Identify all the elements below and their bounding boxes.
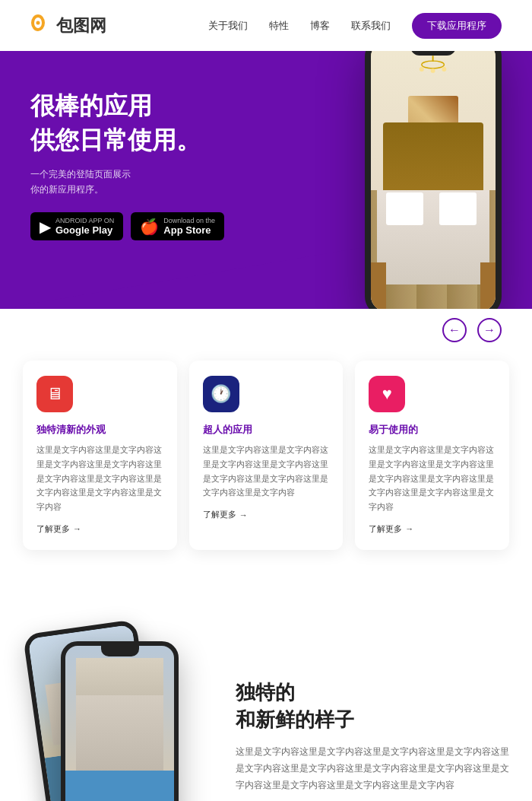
- feature-desc-0: 这里是文字内容这里是文字内容这里是文字内容这里是文字内容这里是文字内容这里是文字…: [36, 443, 163, 513]
- feature-desc-1: 这里是文字内容这里是文字内容这里是文字内容这里是文字内容这里是文字内容这里是文字…: [203, 443, 330, 500]
- play-icon: ▶: [40, 218, 51, 236]
- feature-title-2: 易于使用的: [369, 423, 496, 437]
- phones-stack: [15, 603, 213, 801]
- showcase-desc: 这里是文字内容这里是文字内容这里是文字内容这里是文字内容这里是文字内容这里是文字…: [236, 744, 517, 793]
- phone-front-screen: [65, 646, 174, 801]
- svg-point-5: [420, 67, 424, 72]
- app-store-label: Download on the: [163, 217, 215, 224]
- front-room: [65, 646, 174, 771]
- svg-point-6: [431, 68, 435, 73]
- front-notch: [101, 646, 139, 656]
- feature-link-0[interactable]: 了解更多 →: [36, 523, 163, 535]
- next-arrow-button[interactable]: →: [477, 318, 502, 342]
- hero-content: 很棒的应用 供您日常使用。 一个完美的登陆页面展示你的新应用程序。 ▶ ANDR…: [0, 51, 258, 263]
- pillow-right: [439, 192, 477, 224]
- hero-title: 很棒的应用 供您日常使用。: [30, 89, 228, 157]
- store-buttons: ▶ ANDROID APP ON Google Play 🍎 Download …: [30, 212, 228, 240]
- google-play-button[interactable]: ▶ ANDROID APP ON Google Play: [30, 212, 123, 240]
- nightstand-right: [480, 262, 496, 309]
- app-store-name: App Store: [163, 224, 215, 236]
- feature-title-0: 独特清新的外观: [36, 423, 163, 437]
- showcase-title: 独特的 和新鲜的样子: [236, 679, 517, 734]
- showcase-text: 独特的 和新鲜的样子 这里是文字内容这里是文字内容这里是文字内容这里是文字内容这…: [228, 679, 517, 801]
- hero-subtitle: 一个完美的登陆页面展示你的新应用程序。: [30, 167, 228, 198]
- logo: 包图网: [30, 12, 106, 39]
- feature-card-0: 🖥 独特清新的外观 这里是文字内容这里是文字内容这里是文字内容这里是文字内容这里…: [23, 361, 177, 549]
- nightstand-left: [371, 262, 386, 309]
- nav-about[interactable]: 关于我们: [208, 19, 248, 33]
- carousel-arrows: ← →: [0, 309, 532, 342]
- logo-icon: [30, 12, 52, 39]
- pillow-left: [386, 192, 423, 224]
- feature-link-1[interactable]: 了解更多 →: [203, 509, 330, 520]
- app-store-button[interactable]: 🍎 Download on the App Store: [131, 212, 224, 240]
- feature-icon-1: 🕐: [203, 376, 239, 412]
- feature-desc-2: 这里是文字内容这里是文字内容这里是文字内容这里是文字内容这里是文字内容这里是文字…: [369, 443, 496, 513]
- google-play-label: ANDROID APP ON: [55, 217, 114, 224]
- front-artwork: [76, 658, 163, 695]
- front-bed: [76, 695, 163, 770]
- nav: 关于我们 特性 博客 联系我们 下载应用程序: [208, 13, 502, 39]
- showcase-section: 独特的 和新鲜的样子 这里是文字内容这里是文字内容这里是文字内容这里是文字内容这…: [0, 580, 532, 801]
- svg-point-7: [442, 67, 447, 72]
- svg-point-4: [422, 61, 445, 68]
- hero-section: 很棒的应用 供您日常使用。 一个完美的登陆页面展示你的新应用程序。 ▶ ANDR…: [0, 51, 532, 309]
- front-panels: [65, 771, 174, 801]
- nav-contact[interactable]: 联系我们: [351, 19, 391, 33]
- phone-screen: [371, 51, 496, 309]
- feature-card-1: 🕐 超人的应用 这里是文字内容这里是文字内容这里是文字内容这里是文字内容这里是文…: [189, 361, 344, 549]
- feature-link-2[interactable]: 了解更多 →: [369, 523, 496, 535]
- feature-icon-2: ♥: [369, 376, 405, 412]
- prev-arrow-button[interactable]: ←: [442, 318, 467, 342]
- download-cta-button[interactable]: 下载应用程序: [412, 13, 502, 39]
- feature-icon-0: 🖥: [36, 376, 73, 412]
- svg-point-2: [36, 21, 40, 25]
- feature-title-1: 超人的应用: [203, 423, 330, 437]
- chandelier: [414, 56, 451, 96]
- front-panel1: [65, 771, 174, 801]
- logo-text: 包图网: [56, 14, 106, 37]
- hero-phone-mockup: [365, 51, 502, 309]
- phone-front: [61, 641, 179, 801]
- feature-cards: 🖥 独特清新的外观 这里是文字内容这里是文字内容这里是文字内容这里是文字内容这里…: [0, 342, 532, 580]
- phone-outer: [365, 51, 502, 309]
- nav-blog[interactable]: 博客: [310, 19, 330, 33]
- header: 包图网 关于我们 特性 博客 联系我们 下载应用程序: [0, 0, 532, 51]
- nav-features[interactable]: 特性: [269, 19, 289, 33]
- apple-icon: 🍎: [140, 218, 159, 236]
- phone-notch: [410, 51, 456, 56]
- feature-card-2: ♥ 易于使用的 这里是文字内容这里是文字内容这里是文字内容这里是文字内容这里是文…: [355, 361, 509, 549]
- google-play-name: Google Play: [55, 224, 114, 236]
